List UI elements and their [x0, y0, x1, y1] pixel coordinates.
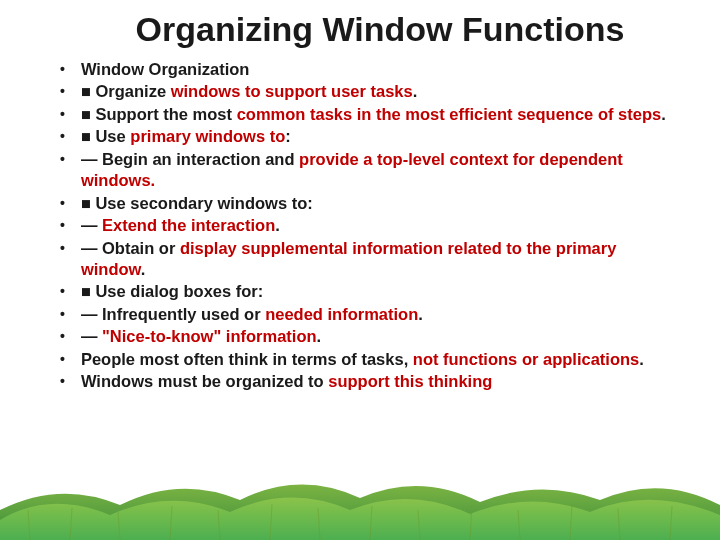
bullet-text: — Obtain or display supplemental informa…: [81, 238, 680, 281]
bullet-marker: •: [60, 215, 65, 236]
bullet-text: Windows must be organized to support thi…: [81, 371, 680, 392]
list-item: •■ Support the most common tasks in the …: [60, 104, 680, 125]
slide-title: Organizing Window Functions: [40, 10, 680, 49]
list-item: •— Obtain or display supplemental inform…: [60, 238, 680, 281]
bullet-marker: •: [60, 81, 65, 102]
bullet-marker: •: [60, 193, 65, 214]
bullet-text: ■ Use primary windows to:: [81, 126, 680, 147]
bullet-text: — Infrequently used or needed informatio…: [81, 304, 680, 325]
bullet-text: Window Organization: [81, 59, 680, 80]
bullet-list: •Window Organization•■ Organize windows …: [40, 59, 680, 393]
bullet-text: ■ Support the most common tasks in the m…: [81, 104, 680, 125]
bullet-marker: •: [60, 371, 65, 392]
list-item: •People most often think in terms of tas…: [60, 349, 680, 370]
list-item: •Windows must be organized to support th…: [60, 371, 680, 392]
slide: Organizing Window Functions •Window Orga…: [0, 0, 720, 540]
list-item: •Window Organization: [60, 59, 680, 80]
bullet-marker: •: [60, 326, 65, 347]
list-item: •■ Organize windows to support user task…: [60, 81, 680, 102]
bullet-text: ■ Use dialog boxes for:: [81, 281, 680, 302]
list-item: •— "Nice-to-know" information.: [60, 326, 680, 347]
bullet-text: ■ Use secondary windows to:: [81, 193, 680, 214]
bullet-marker: •: [60, 349, 65, 370]
bullet-marker: •: [60, 238, 65, 259]
list-item: •— Infrequently used or needed informati…: [60, 304, 680, 325]
list-item: •— Begin an interaction and provide a to…: [60, 149, 680, 192]
bullet-text: People most often think in terms of task…: [81, 349, 680, 370]
bullet-marker: •: [60, 149, 65, 170]
bullet-marker: •: [60, 126, 65, 147]
list-item: •— Extend the interaction.: [60, 215, 680, 236]
bullet-marker: •: [60, 281, 65, 302]
list-item: •■ Use primary windows to:: [60, 126, 680, 147]
bullet-text: — Extend the interaction.: [81, 215, 680, 236]
bullet-text: ■ Organize windows to support user tasks…: [81, 81, 680, 102]
list-item: •■ Use dialog boxes for:: [60, 281, 680, 302]
bullet-marker: •: [60, 59, 65, 80]
bullet-marker: •: [60, 304, 65, 325]
bullet-text: — Begin an interaction and provide a top…: [81, 149, 680, 192]
bullet-text: — "Nice-to-know" information.: [81, 326, 680, 347]
bullet-marker: •: [60, 104, 65, 125]
list-item: •■ Use secondary windows to:: [60, 193, 680, 214]
grass-decoration: [0, 460, 720, 540]
